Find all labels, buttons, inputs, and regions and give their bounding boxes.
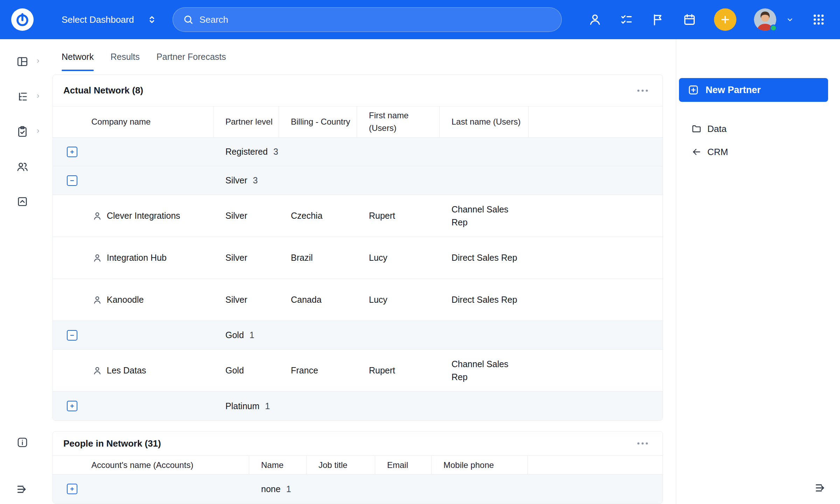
- column-header: Mobile phone: [432, 456, 528, 474]
- sidebar-item-archive[interactable]: [0, 195, 44, 208]
- box-chevron-up-icon: [16, 195, 29, 208]
- card-title: People in Network (31): [63, 438, 161, 449]
- group-row-silver[interactable]: Silver 3: [53, 166, 663, 195]
- card-header: Actual Network (8): [53, 75, 663, 106]
- panel-list: Data CRM: [676, 117, 840, 163]
- info-button[interactable]: [16, 436, 28, 449]
- sidebar-item-dashboards[interactable]: [0, 55, 44, 68]
- arrow-left-icon: [691, 147, 702, 157]
- collapse-button[interactable]: [67, 330, 77, 341]
- flag-button[interactable]: [651, 13, 665, 27]
- chevron-right-icon: [35, 58, 41, 65]
- tab-results[interactable]: Results: [111, 52, 140, 71]
- column-header: Name: [249, 456, 307, 474]
- first-name: Lucy: [357, 279, 440, 321]
- column-header: Partner level: [214, 106, 279, 137]
- expand-button[interactable]: [67, 484, 77, 494]
- logo-container: [0, 8, 44, 31]
- sidebar-expand-button[interactable]: [16, 483, 29, 497]
- sidebar-item-reports[interactable]: [0, 125, 44, 138]
- group-label: Platinum: [225, 400, 259, 412]
- plus-square-icon: [687, 84, 699, 96]
- calendar-button[interactable]: [682, 13, 696, 27]
- panel-expand-button[interactable]: [814, 481, 827, 496]
- info-icon: [16, 436, 28, 448]
- tasks-button[interactable]: [620, 13, 634, 27]
- right-panel: New Partner Data CRM: [676, 39, 840, 504]
- column-header: Last name (Users): [440, 106, 528, 137]
- search-input[interactable]: [200, 14, 552, 25]
- card-menu-button[interactable]: [637, 87, 649, 94]
- group-row-none[interactable]: none 1: [53, 475, 663, 503]
- app-root: Select Dashboard: [0, 0, 840, 504]
- table-header-row: Account's name (Accounts) Name Job title…: [53, 456, 663, 475]
- group-label: Silver: [225, 174, 247, 187]
- table-header-row: Company name Partner level Billing - Cou…: [53, 106, 663, 138]
- table-row[interactable]: Les Datas Gold France Rupert Channel Sal…: [53, 350, 663, 392]
- sidebar-item-hierarchy[interactable]: [0, 90, 44, 103]
- main-content: Network Results Partner Forecasts Actual…: [44, 39, 676, 504]
- dashboard-selector-label: Select Dashboard: [62, 14, 134, 25]
- group-row-platinum[interactable]: Platinum 1: [53, 392, 663, 420]
- first-name: Rupert: [357, 195, 440, 237]
- last-name: Direct Sales Rep: [440, 237, 528, 279]
- company-name: Clever Integrations: [107, 209, 180, 222]
- app-logo[interactable]: [11, 8, 34, 31]
- billing-country: Brazil: [279, 237, 357, 279]
- card-menu-button[interactable]: [637, 440, 649, 447]
- sidebar-item-people[interactable]: [0, 160, 44, 173]
- panel-item-crm[interactable]: CRM: [676, 140, 840, 163]
- company-name: Integration Hub: [107, 251, 167, 264]
- panel-item-data[interactable]: Data: [676, 117, 840, 140]
- expand-button[interactable]: [67, 147, 77, 157]
- add-button[interactable]: [714, 8, 736, 31]
- person-icon: [92, 295, 103, 305]
- company-name: Les Datas: [107, 364, 146, 377]
- person-icon: [92, 365, 103, 376]
- dashboard-icon: [16, 55, 29, 68]
- billing-country: Czechia: [279, 195, 357, 237]
- empty-cell: [528, 237, 663, 279]
- folder-icon: [691, 124, 702, 134]
- table-row[interactable]: Integration Hub Silver Brazil Lucy Direc…: [53, 237, 663, 279]
- profile-menu-button[interactable]: [785, 15, 794, 24]
- user-icon: [588, 13, 602, 27]
- new-partner-button[interactable]: New Partner: [679, 78, 828, 102]
- panel-item-label: CRM: [707, 147, 728, 158]
- group-label: Gold: [225, 329, 244, 341]
- unfold-icon: [147, 14, 157, 25]
- clipboard-check-icon: [16, 125, 29, 138]
- table-row[interactable]: Clever Integrations Silver Czechia Ruper…: [53, 195, 663, 237]
- column-header: Job title: [307, 456, 375, 474]
- partner-level: Silver: [214, 279, 279, 321]
- column-header: Company name: [53, 106, 214, 137]
- expand-button[interactable]: [67, 401, 77, 411]
- group-row-registered[interactable]: Registered 3: [53, 138, 663, 166]
- user-avatar[interactable]: [754, 8, 776, 31]
- tab-network[interactable]: Network: [62, 52, 94, 71]
- topbar-actions: [588, 8, 840, 31]
- user-button[interactable]: [588, 13, 602, 27]
- column-header-empty: [528, 456, 663, 474]
- online-status-dot: [770, 24, 777, 31]
- billing-country: France: [279, 350, 357, 391]
- partner-level: Silver: [214, 237, 279, 279]
- chevron-right-icon: [35, 128, 41, 135]
- partner-level: Silver: [214, 195, 279, 237]
- topbar: Select Dashboard: [0, 0, 840, 39]
- table-row[interactable]: Kanoodle Silver Canada Lucy Direct Sales…: [53, 279, 663, 321]
- column-header: First name (Users): [357, 106, 440, 137]
- partner-level: Gold: [214, 350, 279, 391]
- collapse-button[interactable]: [67, 175, 77, 186]
- group-row-gold[interactable]: Gold 1: [53, 321, 663, 350]
- search-icon: [183, 14, 194, 25]
- last-name: Direct Sales Rep: [440, 279, 528, 321]
- card-header: People in Network (31): [53, 432, 663, 456]
- column-header: Email: [375, 456, 432, 474]
- dashboard-selector[interactable]: Select Dashboard: [62, 14, 157, 25]
- search-bar[interactable]: [173, 7, 562, 32]
- apps-button[interactable]: [812, 13, 825, 26]
- billing-country: Canada: [279, 279, 357, 321]
- tab-partner-forecasts[interactable]: Partner Forecasts: [156, 52, 226, 71]
- group-count: 1: [286, 483, 291, 495]
